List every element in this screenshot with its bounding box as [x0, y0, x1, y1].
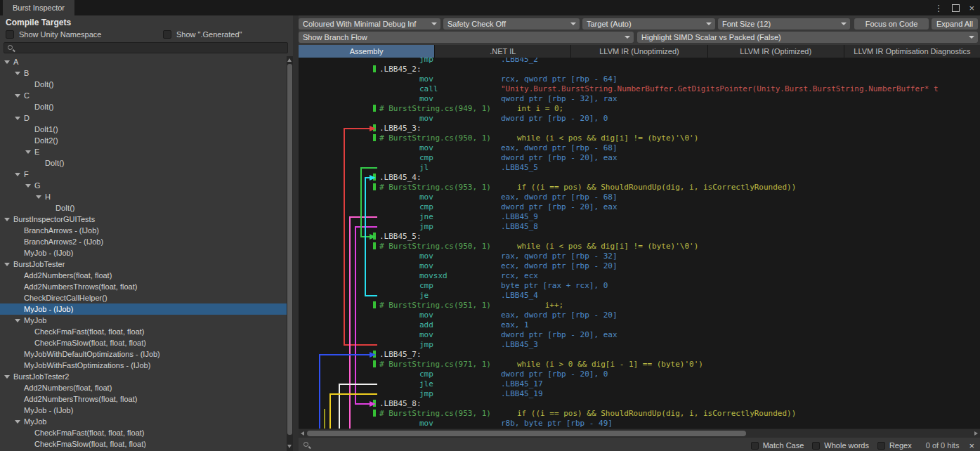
- expander-triangle-icon[interactable]: [4, 218, 10, 221]
- tree-item-myjobwithdefaultoptimizations-ijob[interactable]: MyJobWithDefaultOptimizations - (IJob): [0, 348, 287, 360]
- tab-llvm-ir-optimisation-diagnostics[interactable]: LLVM IR Optimisation Diagnostics: [844, 45, 980, 58]
- tree-item-add2numbers-float-float[interactable]: Add2Numbers(float, float): [0, 270, 287, 281]
- asm-mnemonic: jmp: [419, 222, 501, 231]
- search-hits-count: 0 of 0 hits: [926, 441, 960, 450]
- tree-item-label: CheckFmaFast(float, float, float): [34, 327, 145, 336]
- asm-instruction-line: jmp.LBB45_3: [299, 340, 980, 350]
- tab-llvm-ir-optimized[interactable]: LLVM IR (Optimized): [708, 45, 844, 58]
- tree-item-g[interactable]: G: [0, 180, 287, 191]
- asm-label: .LBB45_7:: [379, 350, 422, 359]
- tree-item-brancharrows2-ijob[interactable]: BranchArrows2 - (IJob): [0, 236, 287, 247]
- checkbox-box[interactable]: [812, 442, 820, 450]
- tree-item-checkfmaslow-float-float-float[interactable]: CheckFmaSlow(float, float, float): [0, 438, 287, 450]
- tree-item-checkfmaslow-float-float-float[interactable]: CheckFmaSlow(float, float, float): [0, 337, 287, 348]
- tree-item-doit[interactable]: DoIt(): [0, 202, 287, 214]
- expander-triangle-icon[interactable]: [15, 72, 20, 75]
- code-scrollbar-thumb[interactable]: [307, 431, 746, 436]
- burst-inspector-window-tab[interactable]: Burst Inspector: [3, 0, 74, 15]
- window-close-icon[interactable]: ×: [969, 3, 974, 13]
- safety-check-dropdown[interactable]: Safety Check Off: [443, 18, 580, 30]
- expander-triangle-icon[interactable]: [25, 150, 31, 154]
- search-close-icon[interactable]: ×: [969, 441, 974, 450]
- show-unity-namespace-checkbox[interactable]: Show Unity Namespace: [6, 30, 101, 39]
- checkbox-box[interactable]: [6, 30, 14, 39]
- tree-item-doit[interactable]: DoIt(): [0, 79, 287, 90]
- simd-highlight-dropdown[interactable]: Highlight SIMD Scalar vs Packed (False): [637, 32, 978, 43]
- branch-flow-dropdown[interactable]: Show Branch Flow: [299, 32, 634, 43]
- tree-scrollbar-thumb[interactable]: [287, 64, 292, 435]
- expander-triangle-icon[interactable]: [4, 263, 10, 266]
- tree-item-doit1[interactable]: DoIt1(): [0, 124, 287, 135]
- tree-item-checkdirectcallhelper[interactable]: CheckDirectCallHelper(): [0, 292, 287, 303]
- tab-net-il[interactable]: .NET IL: [435, 45, 570, 58]
- scroll-right-arrow-icon[interactable]: [974, 431, 978, 436]
- tree-item-add2numbers-float-float[interactable]: Add2Numbers(float, float): [0, 382, 287, 393]
- tree-item-add2numbersthrows-float-float[interactable]: Add2NumbersThrows(float, float): [0, 281, 287, 292]
- expander-triangle-icon[interactable]: [15, 117, 20, 120]
- asm-instruction-line: movrcx, qword ptr [rbp - 64]: [299, 74, 980, 84]
- tree-search-input[interactable]: [18, 44, 285, 53]
- expand-all-button[interactable]: Expand All: [932, 18, 978, 30]
- tree-item-label: F: [24, 170, 29, 178]
- panel-divider[interactable]: [293, 15, 299, 451]
- tree-item-h[interactable]: H: [0, 191, 287, 202]
- tree-item-d[interactable]: D: [0, 112, 287, 124]
- checkbox-box[interactable]: [163, 30, 171, 39]
- match-case-checkbox[interactable]: Match Case: [751, 441, 804, 450]
- tree-item-checkfmafast-float-float-float[interactable]: CheckFmaFast(float, float, float): [0, 427, 287, 438]
- debug-info-dropdown[interactable]: Coloured With Minimal Debug Inf: [299, 18, 440, 30]
- checkbox-box[interactable]: [751, 442, 759, 450]
- whole-words-checkbox[interactable]: Whole words: [812, 441, 869, 450]
- expander-triangle-icon[interactable]: [15, 173, 20, 176]
- chevron-down-icon: [706, 22, 712, 25]
- tab-llvm-ir-unoptimized[interactable]: LLVM IR (Unoptimized): [571, 45, 707, 58]
- expander-triangle-icon[interactable]: [4, 375, 10, 379]
- tree-item-checkfmafast-float-float-float[interactable]: CheckFmaFast(float, float, float): [0, 326, 287, 337]
- scroll-down-arrow-icon[interactable]: [287, 445, 292, 448]
- tree-item-burstjobtester2[interactable]: BurstJobTester2: [0, 371, 287, 382]
- tree-item-a[interactable]: A: [0, 56, 287, 67]
- expander-triangle-icon[interactable]: [25, 184, 31, 188]
- tree-item-myjob-ijob[interactable]: MyJob - (IJob): [0, 405, 287, 416]
- tree-scrollbar[interactable]: [287, 56, 293, 451]
- checkbox-box[interactable]: [877, 442, 885, 450]
- source-code-snippet: if ((i == pos) && ShouldRoundUp(dig, i, …: [517, 183, 796, 192]
- focus-on-code-button[interactable]: Focus on Code: [854, 18, 929, 30]
- tree-item-label: MyJob: [24, 417, 46, 426]
- expander-triangle-icon[interactable]: [15, 319, 20, 322]
- code-search-input[interactable]: [315, 441, 738, 451]
- tree-item-myjob-ijob[interactable]: MyJob - (IJob): [0, 247, 287, 259]
- tree-item-myjob[interactable]: MyJob: [0, 416, 287, 427]
- code-horizontal-scrollbar[interactable]: [299, 429, 980, 438]
- tree-item-c[interactable]: C: [0, 90, 287, 101]
- scroll-up-arrow-icon[interactable]: [287, 58, 292, 62]
- maximize-icon[interactable]: [952, 4, 960, 12]
- tree-item-myjob[interactable]: MyJob: [0, 315, 287, 326]
- scroll-left-arrow-icon[interactable]: [301, 431, 304, 436]
- tree-item-myjob-ijob[interactable]: MyJob - (IJob): [0, 303, 287, 315]
- tree-item-burstinspectorguitests[interactable]: BurstInspectorGUITests: [0, 214, 287, 225]
- font-size-dropdown[interactable]: Font Size (12): [718, 18, 850, 30]
- target-dropdown[interactable]: Target (Auto): [582, 18, 715, 30]
- tree-item-f[interactable]: F: [0, 169, 287, 180]
- tree-item-burstjobtester[interactable]: BurstJobTester: [0, 259, 287, 270]
- tree-item-doit[interactable]: DoIt(): [0, 157, 287, 169]
- tree-item-brancharrows-ijob[interactable]: BranchArrows - (IJob): [0, 225, 287, 236]
- expander-triangle-icon[interactable]: [36, 195, 41, 199]
- assembly-code-pane[interactable]: jmp.LBB45_2.LBB45_2:movrcx, qword ptr [r…: [299, 58, 980, 429]
- tree-item-e[interactable]: E: [0, 146, 287, 157]
- regex-checkbox[interactable]: Regex: [877, 441, 912, 450]
- tree-item-doit[interactable]: DoIt(): [0, 101, 287, 112]
- expander-triangle-icon[interactable]: [4, 60, 10, 64]
- window-menu-icon[interactable]: ⋮: [934, 3, 943, 13]
- tree-item-doit2[interactable]: DoIt2(): [0, 135, 287, 146]
- tree-item-b[interactable]: B: [0, 67, 287, 79]
- tab-assembly[interactable]: Assembly: [299, 45, 434, 58]
- tree-item-myjobwithfastoptimizations-ijob[interactable]: MyJobWithFastOptimizations - (IJob): [0, 360, 287, 371]
- tree-search-field[interactable]: [4, 42, 288, 53]
- asm-label-line: .LBB45_4:: [299, 173, 980, 183]
- expander-triangle-icon[interactable]: [15, 94, 20, 98]
- tree-item-add2numbersthrows-float-float[interactable]: Add2NumbersThrows(float, float): [0, 393, 287, 405]
- expander-triangle-icon[interactable]: [15, 420, 20, 424]
- show-generated-checkbox[interactable]: Show ".Generated": [163, 30, 242, 39]
